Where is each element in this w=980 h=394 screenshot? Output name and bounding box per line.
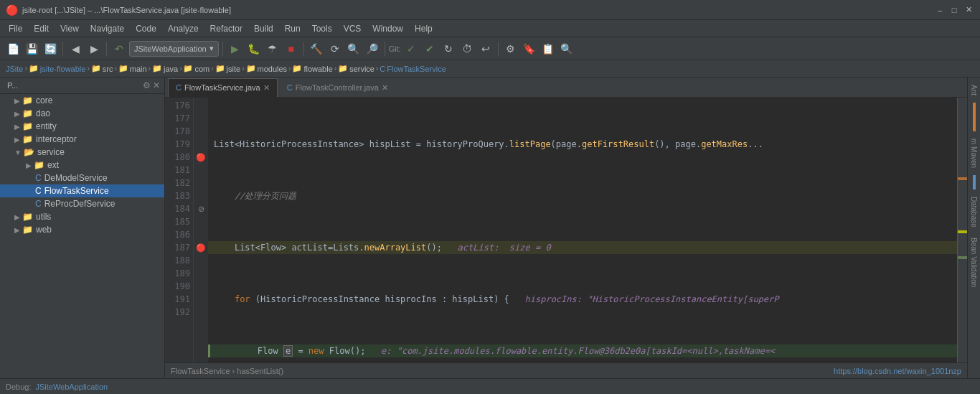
menu-analyze[interactable]: Analyze bbox=[162, 22, 204, 35]
title-left: 🔴 jsite-root [...\JSite] – ...\FlowTaskS… bbox=[6, 4, 231, 16]
code-content[interactable]: List<HistoricProcessInstance> hispList =… bbox=[208, 98, 957, 362]
bc-java[interactable]: java bbox=[164, 65, 178, 73]
menu-tools[interactable]: Tools bbox=[306, 22, 338, 35]
tab-close-flowtaskctrl[interactable]: ✕ bbox=[382, 83, 388, 93]
menu-run[interactable]: Run bbox=[279, 22, 306, 35]
menu-refactor[interactable]: Refactor bbox=[204, 22, 248, 35]
bc-flowable[interactable]: flowable bbox=[303, 65, 332, 73]
tree-label-interceptor: interceptor bbox=[36, 134, 77, 144]
git-check-button[interactable]: ✓ bbox=[402, 40, 420, 57]
bc-sep1: › bbox=[24, 65, 27, 72]
run-button[interactable]: ▶ bbox=[227, 40, 244, 57]
tree-item-dao[interactable]: ▶ 📁 dao bbox=[0, 107, 164, 120]
tasks-button[interactable]: 📋 bbox=[540, 40, 557, 57]
tab-close-flowtask[interactable]: ✕ bbox=[263, 83, 270, 93]
sidebar-label-beanvalidation[interactable]: Bean Validation bbox=[969, 233, 979, 291]
undo-button[interactable]: ↶ bbox=[110, 40, 128, 57]
toolbar: 📄 💾 🔄 ◀ ▶ ↶ JSiteWebApplication ▾ ▶ 🐛 ☂ … bbox=[0, 37, 980, 60]
menu-view[interactable]: View bbox=[55, 22, 85, 35]
bc-service[interactable]: service bbox=[349, 65, 374, 73]
tree-label-ext: ext bbox=[47, 160, 59, 170]
tab-flowtaskcontroller[interactable]: C FlowTaskController.java ✕ bbox=[279, 78, 396, 97]
minimize-button[interactable]: – bbox=[934, 4, 946, 16]
bc-flowtaskservice[interactable]: FlowTaskService bbox=[387, 65, 446, 73]
tab-icon-flowtaskctrl: C bbox=[287, 83, 293, 92]
tree-item-interceptor[interactable]: ▶ 📁 interceptor bbox=[0, 133, 164, 146]
bc-jsite2[interactable]: jsite bbox=[227, 65, 241, 73]
tree-label-reprocdef: ReProcDefService bbox=[44, 199, 116, 209]
tree-item-entity[interactable]: ▶ 📁 entity bbox=[0, 120, 164, 133]
tree-label-web: web bbox=[36, 225, 52, 235]
build-button[interactable]: 🔨 bbox=[308, 40, 325, 57]
forward-button[interactable]: ▶ bbox=[85, 40, 103, 57]
search-everywhere-button[interactable]: 🔍 bbox=[345, 40, 362, 57]
git-history-button[interactable]: ⏱ bbox=[458, 40, 476, 57]
tree-item-reprocdef[interactable]: C ReProcDefService bbox=[0, 197, 164, 210]
bc-sep3: › bbox=[114, 65, 116, 72]
tree-item-utils[interactable]: ▶ 📁 utils bbox=[0, 210, 164, 223]
sidebar-label-maven[interactable]: m Maven bbox=[969, 134, 979, 172]
bottom-bar: FlowTaskService › hasSentList() https://… bbox=[165, 362, 967, 378]
bc-modules[interactable]: modules bbox=[258, 65, 288, 73]
close-button[interactable]: ✕ bbox=[963, 4, 974, 16]
menu-build[interactable]: Build bbox=[248, 22, 279, 35]
find-usages-button[interactable]: 🔍 bbox=[558, 40, 575, 57]
panel-tab-project[interactable]: P... bbox=[4, 80, 21, 91]
bookmark-button[interactable]: 🔖 bbox=[521, 40, 538, 57]
sep4 bbox=[303, 42, 304, 56]
tree-item-demodel[interactable]: C DeModelService bbox=[0, 172, 164, 184]
tree-item-service[interactable]: ▼ 📂 service bbox=[0, 146, 164, 159]
expand-arrow-interceptor: ▶ bbox=[14, 136, 20, 144]
menu-help[interactable]: Help bbox=[409, 22, 438, 35]
menu-navigate[interactable]: Navigate bbox=[85, 22, 130, 35]
menu-code[interactable]: Code bbox=[130, 22, 162, 35]
menu-edit[interactable]: Edit bbox=[28, 22, 55, 35]
menu-file[interactable]: File bbox=[3, 22, 28, 35]
tree-item-flowtask[interactable]: C FlowTaskService bbox=[0, 184, 164, 197]
find-button[interactable]: 🔎 bbox=[364, 40, 381, 57]
coverage-button[interactable]: ☂ bbox=[264, 40, 281, 57]
settings-button[interactable]: ⚙ bbox=[502, 40, 519, 57]
scroll-strip[interactable] bbox=[957, 98, 967, 362]
code-markers: 🔴 ⊘ 🔴 bbox=[194, 98, 208, 362]
debug-app-label[interactable]: JSiteWebApplication bbox=[35, 383, 108, 391]
bc-com[interactable]: com bbox=[194, 65, 209, 73]
tab-flowtaskservice[interactable]: C FlowTaskService.java ✕ bbox=[168, 78, 278, 97]
git-tick-button[interactable]: ✔ bbox=[421, 40, 438, 57]
bc-jsite[interactable]: JSite bbox=[6, 65, 23, 73]
bc-sep6: › bbox=[211, 65, 213, 72]
expand-arrow-utils: ▶ bbox=[14, 213, 20, 221]
sync-button[interactable]: 🔄 bbox=[42, 40, 59, 57]
debug-button[interactable]: 🐛 bbox=[245, 40, 263, 57]
reload-button[interactable]: ⟳ bbox=[326, 40, 344, 57]
sidebar-label-ant[interactable]: Ant bbox=[969, 80, 979, 100]
tree-item-ext[interactable]: ▶ 📁 ext bbox=[0, 159, 164, 172]
maximize-button[interactable]: □ bbox=[948, 4, 960, 16]
menu-vcs[interactable]: VCS bbox=[338, 22, 367, 35]
expand-arrow-ext: ▶ bbox=[26, 161, 32, 169]
bc-main[interactable]: main bbox=[130, 65, 147, 73]
run-config-dropdown[interactable]: JSiteWebApplication ▾ bbox=[129, 41, 219, 57]
menu-window[interactable]: Window bbox=[367, 22, 409, 35]
sidebar-label-database[interactable]: Database bbox=[969, 192, 979, 232]
bc-sep2: › bbox=[87, 65, 89, 72]
git-update-button[interactable]: ↻ bbox=[440, 40, 457, 57]
new-file-button[interactable]: 📄 bbox=[4, 40, 22, 57]
expand-arrow-service: ▼ bbox=[14, 149, 22, 156]
tab-label-flowtask: FlowTaskService.java bbox=[184, 83, 260, 92]
panel-icon-settings[interactable]: ⚙ bbox=[143, 80, 151, 90]
expand-arrow-dao: ▶ bbox=[14, 110, 20, 118]
panel-icon-close[interactable]: ✕ bbox=[153, 80, 160, 90]
tree-item-core[interactable]: ▶ 📁 core bbox=[0, 94, 164, 107]
tree-item-web[interactable]: ▶ 📁 web bbox=[0, 223, 164, 236]
bc-folder-icon9: 📁 bbox=[338, 64, 348, 73]
folder-icon-web: 📁 bbox=[22, 225, 33, 235]
bc-jsite-flowable[interactable]: jsite-flowable bbox=[40, 65, 86, 73]
right-panel: C FlowTaskService.java ✕ C FlowTaskContr… bbox=[165, 78, 967, 378]
bc-src[interactable]: src bbox=[103, 65, 113, 73]
code-line-178: List<Flow> actList=Lists.newArrayList();… bbox=[208, 241, 957, 254]
save-button[interactable]: 💾 bbox=[23, 40, 40, 57]
back-button[interactable]: ◀ bbox=[67, 40, 84, 57]
git-revert-button[interactable]: ↩ bbox=[477, 40, 494, 57]
stop-button[interactable]: ■ bbox=[283, 40, 300, 57]
